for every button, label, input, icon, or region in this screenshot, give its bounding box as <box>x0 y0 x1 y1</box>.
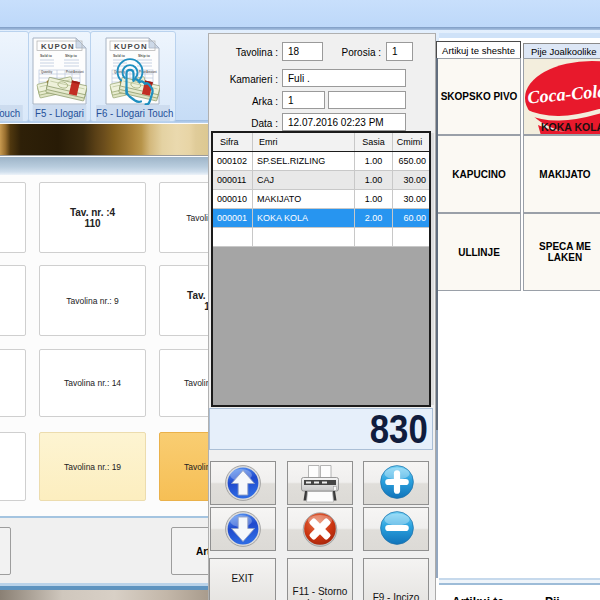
svg-text:KOKA KOLA: KOKA KOLA <box>541 121 600 133</box>
